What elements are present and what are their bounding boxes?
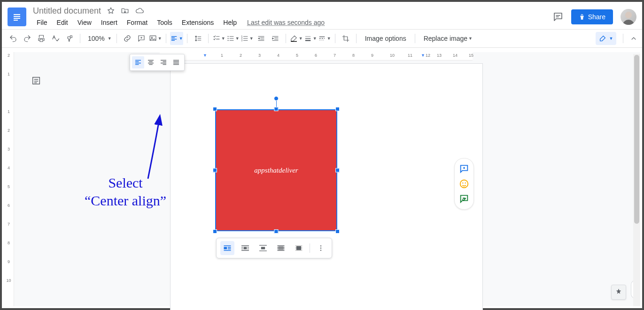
svg-rect-0 bbox=[14, 14, 20, 15]
in-front-of-text-button[interactable] bbox=[292, 241, 306, 255]
image-options-button[interactable]: Image options bbox=[360, 32, 411, 45]
menu-tools[interactable]: Tools bbox=[153, 17, 176, 28]
line-spacing-button[interactable] bbox=[191, 32, 204, 45]
svg-point-23 bbox=[460, 180, 468, 188]
print-button[interactable] bbox=[35, 32, 48, 45]
svg-rect-16 bbox=[244, 247, 247, 250]
bulleted-list-button[interactable]: ▼ bbox=[226, 32, 240, 45]
horizontal-ruler[interactable]: ▼ 1 2 3 4 5 6 7 8 9 10 11 12 ▼ 13 14 15 bbox=[160, 52, 473, 60]
share-label: Share bbox=[588, 13, 605, 21]
add-emoji-button[interactable] bbox=[458, 177, 471, 190]
image-more-options-button[interactable] bbox=[314, 241, 328, 255]
replace-image-button[interactable]: Replace image▼ bbox=[419, 32, 477, 45]
svg-text:3: 3 bbox=[241, 39, 242, 42]
behind-text-button[interactable] bbox=[274, 241, 288, 255]
svg-point-9 bbox=[227, 40, 228, 41]
svg-rect-18 bbox=[279, 246, 283, 250]
add-comment-button[interactable] bbox=[458, 162, 471, 175]
document-outline-icon[interactable] bbox=[31, 76, 41, 86]
crop-image-button[interactable] bbox=[339, 32, 352, 45]
move-icon[interactable] bbox=[121, 7, 129, 15]
vertical-ruler[interactable]: 2 1 1 2 3 4 5 6 7 8 9 10 bbox=[4, 52, 14, 306]
comments-history-icon[interactable] bbox=[552, 11, 564, 23]
border-color-button[interactable]: ▼ bbox=[290, 32, 303, 45]
account-avatar[interactable] bbox=[621, 9, 636, 25]
numbered-list-button[interactable]: 123▼ bbox=[241, 32, 254, 45]
wrap-text-button[interactable] bbox=[238, 241, 252, 255]
svg-rect-2 bbox=[14, 18, 20, 19]
resize-handle-bm[interactable] bbox=[274, 229, 279, 234]
resize-handle-tm[interactable] bbox=[274, 107, 279, 111]
insert-link-button[interactable] bbox=[121, 32, 134, 45]
redo-button[interactable] bbox=[21, 32, 34, 45]
checklist-button[interactable]: ▼ bbox=[212, 32, 225, 45]
undo-button[interactable] bbox=[7, 32, 20, 45]
suggest-edits-button[interactable] bbox=[458, 192, 471, 205]
svg-point-24 bbox=[462, 182, 463, 183]
menu-bar: File Edit View Insert Format Tools Exten… bbox=[33, 17, 552, 28]
menu-extensions[interactable]: Extensions bbox=[178, 17, 217, 28]
insert-image-button[interactable]: ▼ bbox=[149, 32, 162, 45]
image-layout-toolbar bbox=[216, 238, 332, 258]
svg-rect-15 bbox=[224, 247, 227, 250]
resize-handle-mr[interactable] bbox=[335, 168, 340, 173]
border-dash-button[interactable]: ▼ bbox=[318, 32, 331, 45]
app-header: Untitled document File Edit View Insert … bbox=[2, 2, 642, 29]
border-weight-button[interactable]: ▼ bbox=[304, 32, 317, 45]
editing-mode-button[interactable]: ▼ bbox=[596, 32, 616, 45]
vertical-scrollbar[interactable] bbox=[633, 54, 640, 306]
image-body[interactable]: appsthatdeliver bbox=[215, 109, 337, 231]
align-right-option[interactable] bbox=[157, 56, 170, 68]
svg-point-8 bbox=[227, 38, 228, 39]
paint-format-button[interactable] bbox=[63, 32, 76, 45]
workspace: 2 1 1 2 3 4 5 6 7 8 9 10 ▼ 1 2 3 4 5 6 7… bbox=[4, 52, 640, 306]
menu-file[interactable]: File bbox=[33, 17, 51, 28]
document-area: ▼ 1 2 3 4 5 6 7 8 9 10 11 12 ▼ 13 14 15 bbox=[14, 52, 640, 306]
selected-image[interactable]: appsthatdeliver bbox=[215, 109, 337, 231]
explore-button[interactable] bbox=[611, 285, 626, 300]
resize-handle-tr[interactable] bbox=[335, 107, 340, 111]
align-dropdown-panel bbox=[130, 54, 185, 71]
side-actions-panel bbox=[454, 158, 474, 210]
menu-help[interactable]: Help bbox=[219, 17, 241, 28]
toolbar: 100%▼ ▼ ▼ ▼ ▼ 123▼ ▼ ▼ ▼ Image options R… bbox=[2, 29, 642, 48]
resize-handle-ml[interactable] bbox=[213, 168, 217, 173]
resize-handle-bl[interactable] bbox=[213, 229, 217, 234]
document-title[interactable]: Untitled document bbox=[33, 6, 101, 16]
zoom-select[interactable]: 100%▼ bbox=[84, 35, 113, 42]
share-button[interactable]: Share bbox=[571, 9, 613, 24]
svg-point-22 bbox=[320, 250, 321, 250]
rotation-handle[interactable] bbox=[274, 96, 279, 101]
svg-point-21 bbox=[320, 248, 321, 249]
resize-handle-br[interactable] bbox=[335, 229, 340, 234]
align-button[interactable]: ▼ bbox=[170, 32, 183, 45]
menu-insert[interactable]: Insert bbox=[97, 17, 121, 28]
break-text-button[interactable] bbox=[256, 241, 270, 255]
inline-layout-button[interactable] bbox=[220, 241, 234, 255]
cloud-status-icon[interactable] bbox=[135, 7, 144, 15]
align-center-option[interactable] bbox=[145, 56, 157, 68]
align-justify-option[interactable] bbox=[170, 56, 182, 68]
last-edit-link[interactable]: Last edit was seconds ago bbox=[247, 19, 325, 26]
svg-point-4 bbox=[625, 12, 632, 18]
svg-rect-19 bbox=[296, 246, 301, 250]
svg-rect-17 bbox=[261, 247, 265, 250]
svg-rect-13 bbox=[291, 41, 297, 42]
decrease-indent-button[interactable] bbox=[255, 32, 268, 45]
resize-handle-tl[interactable] bbox=[213, 107, 217, 111]
image-caption: appsthatdeliver bbox=[254, 166, 298, 174]
docs-logo[interactable] bbox=[8, 8, 26, 26]
scrollbar-thumb[interactable] bbox=[634, 55, 639, 224]
svg-rect-1 bbox=[14, 16, 20, 17]
menu-view[interactable]: View bbox=[74, 17, 95, 28]
menu-format[interactable]: Format bbox=[123, 17, 151, 28]
svg-rect-3 bbox=[14, 20, 18, 21]
align-left-option[interactable] bbox=[132, 56, 144, 68]
increase-indent-button[interactable] bbox=[269, 32, 282, 45]
insert-comment-button[interactable] bbox=[135, 32, 148, 45]
star-icon[interactable] bbox=[107, 7, 115, 15]
hide-menus-button[interactable] bbox=[630, 35, 637, 42]
spellcheck-button[interactable] bbox=[49, 32, 62, 45]
svg-point-25 bbox=[465, 182, 466, 183]
menu-edit[interactable]: Edit bbox=[53, 17, 72, 28]
